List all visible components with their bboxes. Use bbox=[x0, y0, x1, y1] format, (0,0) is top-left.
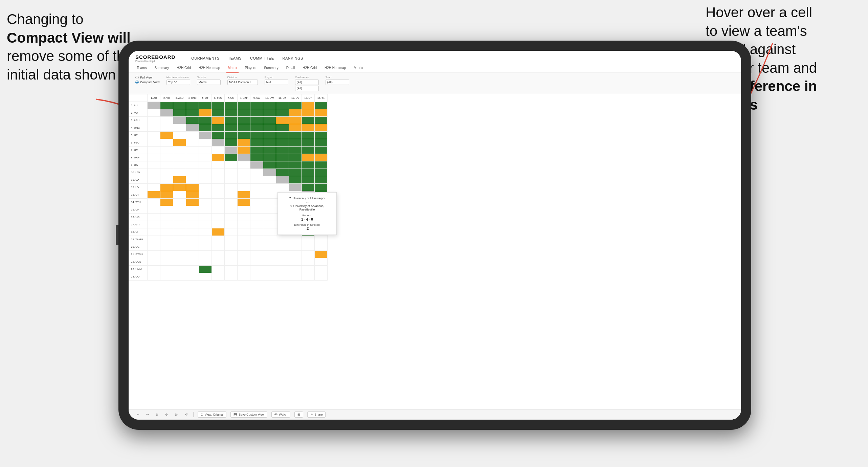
matrix-cell[interactable] bbox=[315, 243, 328, 251]
matrix-cell[interactable] bbox=[160, 228, 173, 236]
matrix-cell[interactable] bbox=[212, 199, 225, 206]
matrix-cell[interactable] bbox=[199, 236, 212, 243]
matrix-cell[interactable] bbox=[238, 161, 250, 169]
matrix-cell[interactable] bbox=[250, 206, 263, 214]
matrix-cell[interactable] bbox=[263, 191, 276, 199]
matrix-cell[interactable] bbox=[238, 258, 250, 266]
matrix-cell[interactable] bbox=[186, 251, 199, 258]
matrix-cell[interactable] bbox=[315, 161, 328, 169]
matrix-cell[interactable] bbox=[212, 273, 225, 281]
matrix-cell[interactable] bbox=[250, 191, 263, 199]
matrix-cell[interactable] bbox=[225, 191, 238, 199]
matrix-cell[interactable] bbox=[148, 243, 160, 251]
matrix-cell[interactable] bbox=[148, 161, 160, 169]
matrix-cell[interactable] bbox=[238, 132, 250, 139]
toolbar-undo[interactable]: ↩ bbox=[135, 412, 141, 417]
matrix-cell[interactable] bbox=[148, 184, 160, 191]
matrix-cell[interactable] bbox=[302, 147, 315, 154]
matrix-cell[interactable] bbox=[225, 132, 238, 139]
matrix-cell[interactable] bbox=[315, 251, 328, 258]
matrix-cell[interactable] bbox=[212, 132, 225, 139]
matrix-cell[interactable] bbox=[173, 191, 186, 199]
filter-max-teams-select[interactable]: Top 50 bbox=[166, 80, 190, 85]
matrix-cell[interactable] bbox=[225, 109, 238, 117]
matrix-cell[interactable] bbox=[212, 228, 225, 236]
matrix-cell[interactable] bbox=[225, 214, 238, 221]
matrix-cell[interactable] bbox=[160, 161, 173, 169]
matrix-cell[interactable] bbox=[160, 236, 173, 243]
matrix-cell[interactable] bbox=[315, 102, 328, 109]
matrix-cell[interactable] bbox=[263, 132, 276, 139]
matrix-cell[interactable] bbox=[186, 206, 199, 214]
matrix-cell[interactable] bbox=[160, 154, 173, 161]
matrix-cell[interactable] bbox=[225, 124, 238, 132]
matrix-cell[interactable] bbox=[289, 169, 302, 176]
matrix-cell[interactable] bbox=[212, 214, 225, 221]
filter-conference-select[interactable]: (All) bbox=[295, 80, 319, 85]
matrix-cell[interactable] bbox=[289, 109, 302, 117]
compact-view-radio[interactable] bbox=[135, 81, 139, 84]
matrix-cell[interactable] bbox=[199, 184, 212, 191]
matrix-cell[interactable] bbox=[148, 169, 160, 176]
matrix-cell[interactable] bbox=[238, 199, 250, 206]
matrix-cell[interactable] bbox=[289, 176, 302, 184]
matrix-cell[interactable] bbox=[212, 236, 225, 243]
matrix-cell[interactable] bbox=[263, 199, 276, 206]
matrix-cell[interactable] bbox=[199, 228, 212, 236]
matrix-cell[interactable] bbox=[289, 124, 302, 132]
matrix-cell[interactable] bbox=[186, 199, 199, 206]
nav-tournaments[interactable]: TOURNAMENTS bbox=[189, 53, 219, 63]
matrix-cell[interactable] bbox=[238, 221, 250, 228]
matrix-cell[interactable] bbox=[315, 124, 328, 132]
matrix-cell[interactable] bbox=[199, 251, 212, 258]
matrix-cell[interactable] bbox=[225, 169, 238, 176]
matrix-cell[interactable] bbox=[302, 184, 315, 191]
full-view-radio[interactable] bbox=[135, 76, 139, 79]
matrix-cell[interactable] bbox=[276, 102, 289, 109]
matrix-cell[interactable] bbox=[289, 236, 302, 243]
matrix-cell[interactable] bbox=[250, 228, 263, 236]
filter-gender-select[interactable]: Men's bbox=[197, 80, 221, 85]
matrix-cell[interactable] bbox=[302, 251, 315, 258]
matrix-cell[interactable] bbox=[173, 258, 186, 266]
matrix-cell[interactable] bbox=[263, 228, 276, 236]
matrix-cell[interactable] bbox=[225, 273, 238, 281]
matrix-cell[interactable] bbox=[250, 214, 263, 221]
subnav-h2hheatmap1[interactable]: H2H Heatmap bbox=[197, 63, 221, 72]
matrix-cell[interactable] bbox=[315, 176, 328, 184]
toolbar-refresh[interactable]: ↺ bbox=[184, 412, 189, 417]
matrix-cell[interactable] bbox=[186, 176, 199, 184]
matrix-cell[interactable] bbox=[302, 176, 315, 184]
matrix-cell[interactable] bbox=[199, 139, 212, 147]
matrix-cell[interactable] bbox=[212, 184, 225, 191]
matrix-cell[interactable] bbox=[212, 124, 225, 132]
matrix-cell[interactable] bbox=[250, 139, 263, 147]
matrix-cell[interactable] bbox=[263, 109, 276, 117]
matrix-cell[interactable] bbox=[302, 169, 315, 176]
matrix-cell[interactable] bbox=[225, 243, 238, 251]
matrix-cell[interactable] bbox=[148, 124, 160, 132]
matrix-cell[interactable] bbox=[160, 214, 173, 221]
matrix-cell[interactable] bbox=[199, 221, 212, 228]
matrix-cell[interactable] bbox=[173, 169, 186, 176]
matrix-cell[interactable] bbox=[263, 117, 276, 124]
matrix-cell[interactable] bbox=[225, 258, 238, 266]
matrix-cell[interactable] bbox=[148, 214, 160, 221]
matrix-cell[interactable] bbox=[225, 266, 238, 273]
matrix-cell[interactable] bbox=[276, 154, 289, 161]
matrix-cell[interactable] bbox=[289, 139, 302, 147]
matrix-cell[interactable] bbox=[263, 221, 276, 228]
matrix-cell[interactable] bbox=[199, 176, 212, 184]
matrix-cell[interactable] bbox=[250, 266, 263, 273]
matrix-cell[interactable] bbox=[212, 139, 225, 147]
matrix-cell[interactable] bbox=[263, 258, 276, 266]
matrix-cell[interactable] bbox=[160, 124, 173, 132]
matrix-cell[interactable] bbox=[160, 139, 173, 147]
matrix-cell[interactable] bbox=[148, 236, 160, 243]
matrix-cell[interactable] bbox=[186, 132, 199, 139]
matrix-cell[interactable] bbox=[238, 214, 250, 221]
matrix-cell[interactable] bbox=[276, 139, 289, 147]
matrix-cell[interactable] bbox=[238, 117, 250, 124]
matrix-cell[interactable] bbox=[186, 214, 199, 221]
matrix-cell[interactable] bbox=[186, 102, 199, 109]
